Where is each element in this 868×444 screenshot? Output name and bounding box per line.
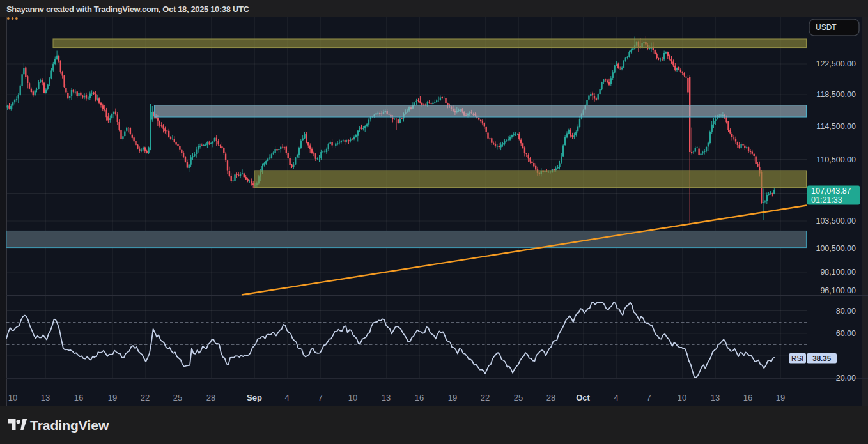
svg-text:Oct: Oct [576,393,590,402]
svg-text:28: 28 [546,393,555,402]
svg-text:Shayannv created with TradingV: Shayannv created with TradingView.com, O… [6,4,250,14]
svg-text:13: 13 [41,393,50,402]
svg-text:96,100.00: 96,100.00 [820,286,856,295]
svg-text:19: 19 [108,393,117,402]
svg-text:13: 13 [711,393,720,402]
svg-text:10: 10 [678,393,686,402]
svg-text:80.00: 80.00 [836,307,856,316]
svg-text:7: 7 [646,393,651,402]
svg-text:19: 19 [448,393,457,402]
svg-text:25: 25 [173,393,182,402]
svg-text:114,500.00: 114,500.00 [816,122,856,131]
svg-text:22: 22 [141,393,150,402]
svg-text:22: 22 [481,393,490,402]
svg-text:USDT: USDT [816,23,837,32]
svg-text:16: 16 [743,393,752,402]
svg-text:7: 7 [318,393,322,402]
svg-text:28: 28 [206,393,215,402]
svg-text:13: 13 [382,393,391,402]
svg-text:RSI: RSI [791,355,803,362]
svg-text:118,500.00: 118,500.00 [816,90,856,99]
svg-text:122,500.00: 122,500.00 [816,59,856,68]
svg-text:103,500.00: 103,500.00 [816,217,856,226]
svg-text:4: 4 [614,393,618,402]
svg-text:10: 10 [348,393,357,402]
svg-text:100,500.00: 100,500.00 [816,244,856,253]
svg-text:60.00: 60.00 [836,329,856,338]
svg-text:Sep: Sep [247,393,262,402]
svg-text:10: 10 [8,393,17,402]
svg-text:38.35: 38.35 [812,355,831,362]
svg-text:20.00: 20.00 [836,374,856,383]
svg-text:107,043.87: 107,043.87 [811,187,851,195]
svg-text:4: 4 [284,393,289,402]
svg-text:19: 19 [776,393,785,402]
svg-text:01:21:33: 01:21:33 [811,195,842,204]
svg-text:25: 25 [514,393,523,402]
svg-text:16: 16 [415,393,424,402]
svg-text:16: 16 [74,393,83,402]
svg-text:TradingView: TradingView [30,418,109,433]
svg-text:110,500.00: 110,500.00 [816,155,856,164]
svg-text:98,100.00: 98,100.00 [820,268,856,277]
